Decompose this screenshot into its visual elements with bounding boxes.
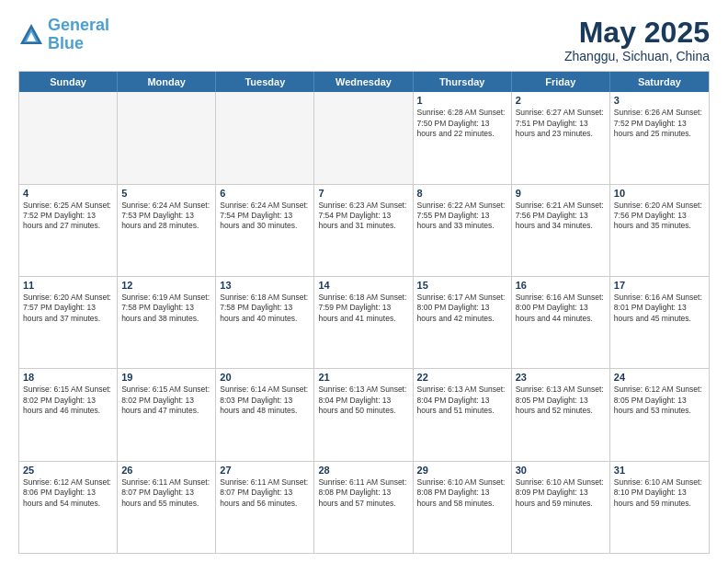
day-info: Sunrise: 6:28 AM Sunset: 7:50 PM Dayligh… (417, 108, 507, 139)
logo-line2: Blue (48, 34, 84, 52)
day-number: 14 (318, 280, 408, 291)
month-title: May 2025 (564, 17, 710, 49)
logo-line1: General (48, 16, 109, 34)
day-info: Sunrise: 6:16 AM Sunset: 8:01 PM Dayligh… (614, 293, 705, 324)
logo-area: General Blue (18, 17, 109, 53)
header: General Blue May 2025 Zhanggu, Sichuan, … (18, 17, 710, 63)
day-number: 7 (318, 188, 408, 199)
day-number: 16 (516, 280, 606, 291)
location-title: Zhanggu, Sichuan, China (564, 49, 710, 63)
day-number: 11 (23, 280, 113, 291)
cal-cell: 15Sunrise: 6:17 AM Sunset: 8:00 PM Dayli… (414, 277, 512, 368)
day-number: 4 (23, 188, 113, 199)
logo-icon (18, 22, 44, 48)
page: General Blue May 2025 Zhanggu, Sichuan, … (0, 0, 728, 563)
cal-cell: 23Sunrise: 6:13 AM Sunset: 8:05 PM Dayli… (512, 369, 610, 460)
cal-cell (19, 92, 118, 183)
cal-cell: 9Sunrise: 6:21 AM Sunset: 7:56 PM Daylig… (512, 185, 610, 276)
day-info: Sunrise: 6:24 AM Sunset: 7:53 PM Dayligh… (121, 201, 211, 232)
title-area: May 2025 Zhanggu, Sichuan, China (564, 17, 710, 63)
day-info: Sunrise: 6:23 AM Sunset: 7:54 PM Dayligh… (318, 201, 408, 232)
day-number: 22 (417, 372, 507, 383)
cal-cell: 5Sunrise: 6:24 AM Sunset: 7:53 PM Daylig… (118, 185, 216, 276)
cal-cell: 24Sunrise: 6:12 AM Sunset: 8:05 PM Dayli… (610, 369, 709, 460)
cal-cell: 7Sunrise: 6:23 AM Sunset: 7:54 PM Daylig… (314, 185, 413, 276)
day-number: 3 (614, 95, 705, 106)
day-info: Sunrise: 6:11 AM Sunset: 8:07 PM Dayligh… (121, 477, 211, 509)
cal-cell: 12Sunrise: 6:19 AM Sunset: 7:58 PM Dayli… (118, 277, 216, 368)
calendar: Sunday Monday Tuesday Wednesday Thursday… (18, 71, 710, 554)
day-number: 5 (121, 188, 211, 199)
day-info: Sunrise: 6:13 AM Sunset: 8:04 PM Dayligh… (417, 385, 507, 416)
day-number: 1 (417, 95, 507, 106)
day-info: Sunrise: 6:21 AM Sunset: 7:56 PM Dayligh… (516, 201, 606, 232)
cal-cell: 31Sunrise: 6:10 AM Sunset: 8:10 PM Dayli… (610, 462, 709, 553)
logo-text: General Blue (48, 17, 109, 53)
header-tuesday: Tuesday (216, 72, 314, 92)
day-number: 23 (516, 372, 606, 383)
cal-cell (314, 92, 413, 183)
day-info: Sunrise: 6:10 AM Sunset: 8:08 PM Dayligh… (417, 477, 507, 509)
day-info: Sunrise: 6:19 AM Sunset: 7:58 PM Dayligh… (121, 293, 211, 324)
day-info: Sunrise: 6:14 AM Sunset: 8:03 PM Dayligh… (220, 385, 310, 416)
day-info: Sunrise: 6:18 AM Sunset: 7:59 PM Dayligh… (318, 293, 408, 324)
day-info: Sunrise: 6:13 AM Sunset: 8:05 PM Dayligh… (516, 385, 606, 416)
cal-cell: 1Sunrise: 6:28 AM Sunset: 7:50 PM Daylig… (414, 92, 512, 183)
cal-week-3: 11Sunrise: 6:20 AM Sunset: 7:57 PM Dayli… (19, 277, 709, 369)
cal-cell: 16Sunrise: 6:16 AM Sunset: 8:00 PM Dayli… (512, 277, 610, 368)
cal-cell: 18Sunrise: 6:15 AM Sunset: 8:02 PM Dayli… (19, 369, 118, 460)
cal-cell: 11Sunrise: 6:20 AM Sunset: 7:57 PM Dayli… (19, 277, 118, 368)
cal-week-4: 18Sunrise: 6:15 AM Sunset: 8:02 PM Dayli… (19, 369, 709, 461)
day-info: Sunrise: 6:10 AM Sunset: 8:10 PM Dayligh… (614, 477, 705, 509)
calendar-header: Sunday Monday Tuesday Wednesday Thursday… (19, 72, 709, 92)
day-info: Sunrise: 6:18 AM Sunset: 7:58 PM Dayligh… (220, 293, 310, 324)
day-number: 2 (516, 95, 606, 106)
day-info: Sunrise: 6:17 AM Sunset: 8:00 PM Dayligh… (417, 293, 507, 324)
day-info: Sunrise: 6:15 AM Sunset: 8:02 PM Dayligh… (121, 385, 211, 416)
day-info: Sunrise: 6:26 AM Sunset: 7:52 PM Dayligh… (614, 108, 705, 139)
day-info: Sunrise: 6:12 AM Sunset: 8:06 PM Dayligh… (23, 477, 113, 509)
day-number: 27 (220, 465, 310, 476)
day-number: 12 (121, 280, 211, 291)
day-number: 9 (516, 188, 606, 199)
cal-cell: 2Sunrise: 6:27 AM Sunset: 7:51 PM Daylig… (512, 92, 610, 183)
cal-week-2: 4Sunrise: 6:25 AM Sunset: 7:52 PM Daylig… (19, 185, 709, 277)
cal-cell: 3Sunrise: 6:26 AM Sunset: 7:52 PM Daylig… (610, 92, 709, 183)
day-number: 20 (220, 372, 310, 383)
cal-cell: 13Sunrise: 6:18 AM Sunset: 7:58 PM Dayli… (216, 277, 314, 368)
day-info: Sunrise: 6:10 AM Sunset: 8:09 PM Dayligh… (516, 477, 606, 509)
cal-cell: 21Sunrise: 6:13 AM Sunset: 8:04 PM Dayli… (314, 369, 413, 460)
header-thursday: Thursday (414, 72, 512, 92)
day-info: Sunrise: 6:27 AM Sunset: 7:51 PM Dayligh… (516, 108, 606, 139)
cal-cell: 14Sunrise: 6:18 AM Sunset: 7:59 PM Dayli… (314, 277, 413, 368)
day-number: 30 (516, 465, 606, 476)
cal-cell: 8Sunrise: 6:22 AM Sunset: 7:55 PM Daylig… (414, 185, 512, 276)
cal-cell: 27Sunrise: 6:11 AM Sunset: 8:07 PM Dayli… (216, 462, 314, 553)
header-friday: Friday (512, 72, 610, 92)
calendar-body: 1Sunrise: 6:28 AM Sunset: 7:50 PM Daylig… (19, 92, 709, 553)
cal-cell (118, 92, 216, 183)
day-info: Sunrise: 6:22 AM Sunset: 7:55 PM Dayligh… (417, 201, 507, 232)
cal-cell: 28Sunrise: 6:11 AM Sunset: 8:08 PM Dayli… (314, 462, 413, 553)
cal-cell: 26Sunrise: 6:11 AM Sunset: 8:07 PM Dayli… (118, 462, 216, 553)
day-info: Sunrise: 6:12 AM Sunset: 8:05 PM Dayligh… (614, 385, 705, 416)
day-info: Sunrise: 6:11 AM Sunset: 8:08 PM Dayligh… (318, 477, 408, 509)
day-number: 18 (23, 372, 113, 383)
day-number: 8 (417, 188, 507, 199)
day-info: Sunrise: 6:20 AM Sunset: 7:56 PM Dayligh… (614, 201, 705, 232)
cal-cell: 20Sunrise: 6:14 AM Sunset: 8:03 PM Dayli… (216, 369, 314, 460)
day-number: 26 (121, 465, 211, 476)
day-number: 21 (318, 372, 408, 383)
day-number: 19 (121, 372, 211, 383)
cal-cell: 4Sunrise: 6:25 AM Sunset: 7:52 PM Daylig… (19, 185, 118, 276)
day-info: Sunrise: 6:24 AM Sunset: 7:54 PM Dayligh… (220, 201, 310, 232)
day-number: 15 (417, 280, 507, 291)
cal-cell: 17Sunrise: 6:16 AM Sunset: 8:01 PM Dayli… (610, 277, 709, 368)
day-number: 17 (614, 280, 705, 291)
day-info: Sunrise: 6:15 AM Sunset: 8:02 PM Dayligh… (23, 385, 113, 416)
header-monday: Monday (118, 72, 216, 92)
cal-cell: 6Sunrise: 6:24 AM Sunset: 7:54 PM Daylig… (216, 185, 314, 276)
cal-cell: 29Sunrise: 6:10 AM Sunset: 8:08 PM Dayli… (414, 462, 512, 553)
cal-cell: 19Sunrise: 6:15 AM Sunset: 8:02 PM Dayli… (118, 369, 216, 460)
day-number: 25 (23, 465, 113, 476)
